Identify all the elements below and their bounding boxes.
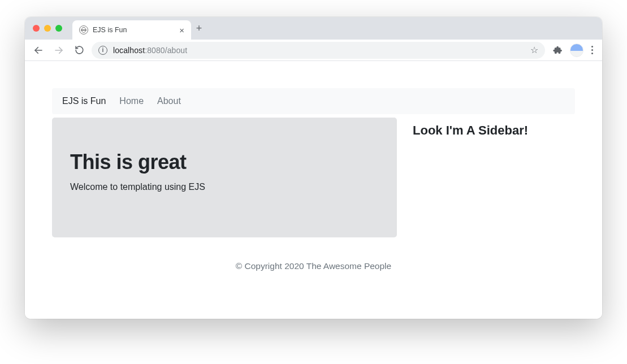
site-info-icon[interactable]: i xyxy=(98,46,107,55)
footer-text: © Copyright 2020 The Awesome People xyxy=(52,261,575,271)
content-row: This is great Welcome to templating usin… xyxy=(52,118,575,237)
sidebar-heading: Look I'm A Sidebar! xyxy=(413,123,575,138)
page-viewport: EJS is Fun Home About This is great Welc… xyxy=(25,61,602,319)
browser-window: EJS is Fun × + i localhost:8080/about ☆ xyxy=(25,17,602,319)
tab-strip: EJS is Fun × + xyxy=(25,17,602,40)
close-window-button[interactable] xyxy=(33,25,40,32)
reload-button[interactable] xyxy=(71,42,87,58)
address-bar[interactable]: i localhost:8080/about ☆ xyxy=(92,42,545,59)
site-navbar: EJS is Fun Home About xyxy=(52,88,575,114)
window-controls xyxy=(33,25,62,32)
url-text: localhost:8080/about xyxy=(113,46,187,55)
close-tab-icon[interactable]: × xyxy=(179,26,184,34)
forward-button[interactable] xyxy=(51,42,67,58)
globe-icon xyxy=(79,25,88,34)
maximize-window-button[interactable] xyxy=(55,25,62,32)
sidebar: Look I'm A Sidebar! xyxy=(413,118,575,237)
bookmark-star-icon[interactable]: ☆ xyxy=(530,45,538,55)
jumbotron: This is great Welcome to templating usin… xyxy=(52,118,397,237)
browser-toolbar: i localhost:8080/about ☆ xyxy=(25,40,602,61)
profile-avatar[interactable] xyxy=(570,44,583,57)
new-tab-button[interactable]: + xyxy=(191,23,207,34)
minimize-window-button[interactable] xyxy=(44,25,51,32)
back-button[interactable] xyxy=(31,42,46,58)
tab-title: EJS is Fun xyxy=(93,26,127,34)
browser-tab[interactable]: EJS is Fun × xyxy=(72,20,191,40)
jumbotron-heading: This is great xyxy=(70,150,379,174)
nav-link-about[interactable]: About xyxy=(157,96,181,106)
navbar-brand[interactable]: EJS is Fun xyxy=(62,96,106,106)
nav-link-home[interactable]: Home xyxy=(119,96,144,106)
extensions-icon[interactable] xyxy=(550,42,565,58)
browser-menu-button[interactable] xyxy=(588,46,596,54)
jumbotron-text: Welcome to templating using EJS xyxy=(70,182,379,192)
